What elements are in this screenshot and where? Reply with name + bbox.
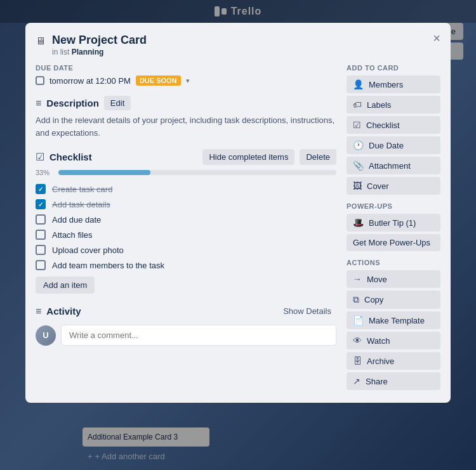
archive-icon: 🗄	[353, 356, 362, 366]
item-checkbox-6[interactable]	[36, 260, 46, 270]
labels-button[interactable]: 🏷 Labels	[347, 96, 440, 114]
modal: × 🖥 New Project Card in list Planning DU…	[25, 23, 451, 403]
item-label-1: Create task card	[52, 185, 112, 194]
copy-button[interactable]: ⧉ Copy	[347, 290, 440, 309]
checklist-section: ☑ Checklist Hide completed items Delete …	[36, 149, 336, 294]
activity-input-row: U	[36, 325, 336, 346]
card-icon: 🖥	[36, 36, 46, 47]
move-icon: →	[353, 274, 362, 284]
modal-sidebar: ADD TO CARD 👤 Members 🏷 Labels ☑ Checkli…	[347, 64, 440, 393]
description-icon: ≡	[36, 98, 41, 109]
due-date-sidebar-button[interactable]: 🕐 Due Date	[347, 136, 440, 154]
attachment-button[interactable]: 📎 Attachment	[347, 157, 440, 174]
activity-section: ≡ Activity Show Details U	[36, 304, 336, 346]
due-date-sidebar-label: Due Date	[369, 141, 404, 150]
due-date-label: DUE DATE	[36, 64, 336, 72]
watch-button[interactable]: 👁 Watch	[347, 332, 440, 349]
checklist-item: Upload cover photo	[36, 242, 336, 258]
progress-bar-fill	[58, 170, 150, 175]
due-date-sidebar-icon: 🕐	[353, 140, 364, 150]
close-button[interactable]: ×	[430, 29, 443, 47]
edit-description-button[interactable]: Edit	[104, 96, 131, 110]
members-button[interactable]: 👤 Members	[347, 75, 440, 93]
archive-label: Archive	[367, 356, 394, 366]
attachment-icon: 📎	[353, 160, 364, 171]
labels-icon: 🏷	[353, 100, 362, 110]
progress-percent: 33%	[36, 169, 53, 176]
move-label: Move	[367, 275, 387, 284]
description-title: Description	[46, 98, 99, 108]
get-more-label: Get More Power-Ups	[353, 238, 430, 247]
description-body: Add in the relevant details of your proj…	[36, 114, 336, 139]
watch-label: Watch	[367, 336, 390, 346]
activity-icon: ≡	[36, 306, 41, 317]
delete-checklist-button[interactable]: Delete	[300, 149, 336, 165]
add-item-button[interactable]: Add an item	[36, 277, 95, 294]
modal-subtext: in list Planning	[52, 48, 147, 56]
item-checkbox-1[interactable]	[36, 184, 46, 194]
hide-completed-button[interactable]: Hide completed items	[202, 149, 294, 165]
cover-icon: 🖼	[353, 181, 362, 191]
item-label-4: Attach files	[52, 230, 93, 240]
share-button[interactable]: ↗ Share	[347, 372, 440, 390]
item-label-2: Add task details	[52, 200, 110, 209]
progress-bar-bg	[58, 170, 336, 175]
cover-label: Cover	[367, 181, 389, 191]
item-label-5: Upload cover photo	[52, 245, 124, 255]
checklist-item: Create task card	[36, 181, 336, 197]
checklist-sidebar-icon: ☑	[353, 120, 361, 130]
item-checkbox-2[interactable]	[36, 199, 46, 209]
butler-icon: 🎩	[353, 218, 364, 228]
labels-label: Labels	[367, 100, 391, 110]
due-date-section: DUE DATE tomorrow at 12:00 PM DUE SOON ▾	[36, 64, 336, 86]
item-label-3: Add due date	[52, 215, 101, 225]
description-header: ≡ Description Edit	[36, 96, 336, 110]
checklist-item: Add task details	[36, 197, 336, 212]
item-label-6: Add team members to the task	[52, 261, 164, 270]
modal-main: DUE DATE tomorrow at 12:00 PM DUE SOON ▾…	[36, 64, 336, 393]
make-template-button[interactable]: 📄 Make Template	[347, 311, 440, 329]
share-icon: ↗	[353, 376, 360, 386]
list-name-link[interactable]: Planning	[72, 48, 104, 56]
show-details-button[interactable]: Show Details	[278, 304, 336, 318]
butler-tip-button[interactable]: 🎩 Butler Tip (1)	[347, 214, 440, 232]
actions-title: ACTIONS	[347, 259, 440, 266]
checklist-item: Add team members to the task	[36, 258, 336, 273]
copy-icon: ⧉	[353, 294, 359, 305]
cover-button[interactable]: 🖼 Cover	[347, 177, 440, 195]
comment-input[interactable]	[61, 325, 336, 346]
archive-button[interactable]: 🗄 Archive	[347, 352, 440, 370]
due-date-dropdown-arrow[interactable]: ▾	[186, 77, 190, 85]
checklist-icon: ☑	[36, 151, 44, 163]
add-to-card-title: ADD TO CARD	[347, 64, 440, 72]
description-section: ≡ Description Edit Add in the relevant d…	[36, 96, 336, 139]
butler-label: Butler Tip (1)	[369, 218, 416, 228]
due-date-value: tomorrow at 12:00 PM	[50, 76, 131, 86]
item-checkbox-3[interactable]	[36, 214, 46, 225]
due-date-checkbox[interactable]	[36, 76, 44, 85]
watch-icon: 👁	[353, 336, 362, 346]
due-date-row: tomorrow at 12:00 PM DUE SOON ▾	[36, 75, 336, 86]
item-checkbox-5[interactable]	[36, 245, 46, 255]
activity-title: Activity	[46, 306, 273, 317]
header-text: New Project Card in list Planning	[52, 33, 147, 56]
activity-header: ≡ Activity Show Details	[36, 304, 336, 318]
modal-backdrop: × 🖥 New Project Card in list Planning DU…	[0, 0, 476, 470]
share-label: Share	[366, 377, 388, 386]
template-icon: 📄	[353, 315, 364, 325]
avatar-placeholder: U	[36, 325, 56, 346]
members-icon: 👤	[353, 79, 364, 89]
get-more-power-ups-button[interactable]: Get More Power-Ups	[347, 234, 440, 251]
checklist-item: Add due date	[36, 212, 336, 227]
modal-body: DUE DATE tomorrow at 12:00 PM DUE SOON ▾…	[36, 64, 440, 393]
attachment-label: Attachment	[369, 161, 411, 171]
move-button[interactable]: → Move	[347, 270, 440, 288]
list-prefix: in list	[52, 48, 69, 56]
checklist-sidebar-label: Checklist	[366, 121, 400, 130]
members-label: Members	[369, 80, 403, 89]
checklist-sidebar-button[interactable]: ☑ Checklist	[347, 116, 440, 134]
due-soon-badge: DUE SOON	[136, 75, 181, 86]
item-checkbox-4[interactable]	[36, 230, 46, 240]
progress-row: 33%	[36, 169, 336, 176]
avatar: U	[36, 325, 56, 346]
